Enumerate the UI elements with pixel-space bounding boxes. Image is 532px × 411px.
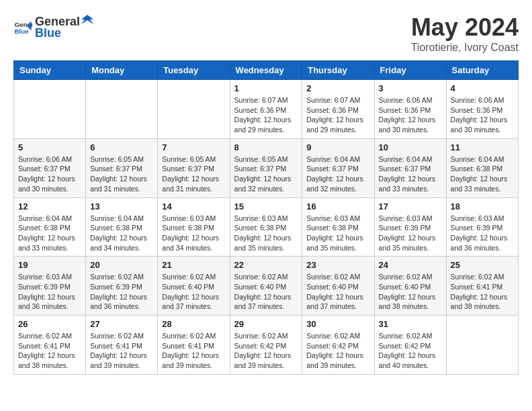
table-row: 19 Sunrise: 6:03 AMSunset: 6:39 PMDaylig… — [14, 257, 86, 316]
day-number: 26 — [18, 319, 81, 329]
cell-info: Sunrise: 6:04 AMSunset: 6:38 PMDaylight:… — [451, 154, 514, 194]
table-row: 9 Sunrise: 6:04 AMSunset: 6:37 PMDayligh… — [302, 138, 374, 197]
day-number: 6 — [90, 142, 153, 152]
table-row: 18 Sunrise: 6:03 AMSunset: 6:39 PMDaylig… — [446, 197, 518, 257]
cell-info: Sunrise: 6:03 AMSunset: 6:39 PMDaylight:… — [18, 272, 81, 312]
header-saturday: Saturday — [446, 61, 518, 80]
header-tuesday: Tuesday — [158, 61, 230, 80]
table-row: 31 Sunrise: 6:02 AMSunset: 6:42 PMDaylig… — [374, 316, 446, 375]
table-row: 5 Sunrise: 6:06 AMSunset: 6:37 PMDayligh… — [14, 138, 86, 197]
day-number: 17 — [379, 201, 442, 212]
table-row: 7 Sunrise: 6:05 AMSunset: 6:37 PMDayligh… — [158, 138, 230, 197]
cell-info: Sunrise: 6:02 AMSunset: 6:40 PMDaylight:… — [379, 272, 442, 312]
svg-text:Blue: Blue — [14, 28, 29, 35]
day-number: 31 — [379, 319, 442, 329]
day-number: 4 — [451, 83, 514, 93]
cell-info: Sunrise: 6:02 AMSunset: 6:42 PMDaylight:… — [379, 331, 442, 371]
day-number: 8 — [234, 142, 298, 152]
calendar-week-row: 19 Sunrise: 6:03 AMSunset: 6:39 PMDaylig… — [14, 257, 519, 316]
table-row: 12 Sunrise: 6:04 AMSunset: 6:38 PMDaylig… — [14, 197, 86, 257]
cell-info: Sunrise: 6:03 AMSunset: 6:39 PMDaylight:… — [379, 214, 442, 253]
day-number: 25 — [451, 260, 514, 270]
day-number: 19 — [18, 260, 81, 270]
table-row — [86, 80, 158, 139]
header-friday: Friday — [374, 61, 446, 80]
cell-info: Sunrise: 6:05 AMSunset: 6:37 PMDaylight:… — [162, 154, 225, 194]
header-monday: Monday — [86, 61, 158, 80]
header-sunday: Sunday — [14, 61, 86, 80]
cell-info: Sunrise: 6:02 AMSunset: 6:40 PMDaylight:… — [306, 272, 369, 312]
day-number: 27 — [90, 319, 153, 329]
cell-info: Sunrise: 6:05 AMSunset: 6:37 PMDaylight:… — [90, 154, 153, 194]
day-number: 24 — [379, 260, 442, 270]
table-row: 6 Sunrise: 6:05 AMSunset: 6:37 PMDayligh… — [86, 138, 158, 197]
logo-bird-icon — [81, 13, 93, 26]
cell-info: Sunrise: 6:04 AMSunset: 6:38 PMDaylight:… — [18, 214, 81, 253]
table-row: 17 Sunrise: 6:03 AMSunset: 6:39 PMDaylig… — [374, 197, 446, 257]
table-row: 20 Sunrise: 6:02 AMSunset: 6:39 PMDaylig… — [86, 257, 158, 316]
table-row: 25 Sunrise: 6:02 AMSunset: 6:41 PMDaylig… — [446, 257, 518, 316]
table-row: 22 Sunrise: 6:02 AMSunset: 6:40 PMDaylig… — [230, 257, 302, 316]
title-area: May 2024 Tiorotierie, Ivory Coast — [411, 13, 519, 54]
location-title: Tiorotierie, Ivory Coast — [411, 42, 519, 54]
svg-marker-3 — [81, 15, 93, 24]
cell-info: Sunrise: 6:03 AMSunset: 6:38 PMDaylight:… — [162, 214, 225, 253]
day-number: 9 — [306, 142, 369, 152]
table-row: 28 Sunrise: 6:02 AMSunset: 6:41 PMDaylig… — [158, 316, 230, 375]
table-row: 21 Sunrise: 6:02 AMSunset: 6:40 PMDaylig… — [158, 257, 230, 316]
cell-info: Sunrise: 6:02 AMSunset: 6:40 PMDaylight:… — [234, 272, 298, 312]
page-header: General Blue General Blue May 2024 Tioro… — [13, 13, 519, 54]
day-number: 18 — [451, 201, 514, 212]
cell-info: Sunrise: 6:03 AMSunset: 6:38 PMDaylight:… — [306, 214, 369, 253]
cell-info: Sunrise: 6:07 AMSunset: 6:36 PMDaylight:… — [306, 95, 369, 135]
cell-info: Sunrise: 6:06 AMSunset: 6:36 PMDaylight:… — [379, 95, 442, 135]
cell-info: Sunrise: 6:05 AMSunset: 6:37 PMDaylight:… — [234, 154, 298, 194]
cell-info: Sunrise: 6:03 AMSunset: 6:39 PMDaylight:… — [451, 214, 514, 253]
table-row: 3 Sunrise: 6:06 AMSunset: 6:36 PMDayligh… — [374, 80, 446, 139]
day-number: 21 — [162, 260, 225, 270]
cell-info: Sunrise: 6:04 AMSunset: 6:38 PMDaylight:… — [90, 214, 153, 253]
table-row: 30 Sunrise: 6:02 AMSunset: 6:42 PMDaylig… — [302, 316, 374, 375]
logo: General Blue General Blue — [13, 13, 95, 40]
day-number: 13 — [90, 201, 153, 212]
day-number: 5 — [18, 142, 81, 152]
cell-info: Sunrise: 6:02 AMSunset: 6:41 PMDaylight:… — [90, 331, 153, 371]
table-row — [446, 316, 518, 375]
table-row: 15 Sunrise: 6:03 AMSunset: 6:38 PMDaylig… — [230, 197, 302, 257]
table-row: 10 Sunrise: 6:04 AMSunset: 6:37 PMDaylig… — [374, 138, 446, 197]
cell-info: Sunrise: 6:02 AMSunset: 6:39 PMDaylight:… — [90, 272, 153, 312]
cell-info: Sunrise: 6:07 AMSunset: 6:36 PMDaylight:… — [234, 95, 298, 135]
cell-info: Sunrise: 6:02 AMSunset: 6:41 PMDaylight:… — [18, 331, 81, 371]
day-number: 7 — [162, 142, 225, 152]
cell-info: Sunrise: 6:06 AMSunset: 6:36 PMDaylight:… — [451, 95, 514, 135]
cell-info: Sunrise: 6:06 AMSunset: 6:37 PMDaylight:… — [18, 154, 81, 194]
day-number: 10 — [379, 142, 442, 152]
day-number: 3 — [379, 83, 442, 93]
day-number: 1 — [234, 83, 298, 93]
day-number: 28 — [162, 319, 225, 329]
day-number: 15 — [234, 201, 298, 212]
month-title: May 2024 — [411, 13, 519, 42]
header-thursday: Thursday — [302, 61, 374, 80]
calendar-week-row: 26 Sunrise: 6:02 AMSunset: 6:41 PMDaylig… — [14, 316, 519, 375]
table-row — [14, 80, 86, 139]
table-row: 26 Sunrise: 6:02 AMSunset: 6:41 PMDaylig… — [14, 316, 86, 375]
day-number: 30 — [306, 319, 369, 329]
table-row: 13 Sunrise: 6:04 AMSunset: 6:38 PMDaylig… — [86, 197, 158, 257]
cell-info: Sunrise: 6:02 AMSunset: 6:40 PMDaylight:… — [162, 272, 225, 312]
calendar-week-row: 12 Sunrise: 6:04 AMSunset: 6:38 PMDaylig… — [14, 197, 519, 257]
table-row: 23 Sunrise: 6:02 AMSunset: 6:40 PMDaylig… — [302, 257, 374, 316]
day-number: 22 — [234, 260, 298, 270]
day-number: 14 — [162, 201, 225, 212]
cell-info: Sunrise: 6:04 AMSunset: 6:37 PMDaylight:… — [379, 154, 442, 194]
table-row — [158, 80, 230, 139]
table-row: 16 Sunrise: 6:03 AMSunset: 6:38 PMDaylig… — [302, 197, 374, 257]
day-number: 16 — [306, 201, 369, 212]
day-number: 23 — [306, 260, 369, 270]
cell-info: Sunrise: 6:03 AMSunset: 6:38 PMDaylight:… — [234, 214, 298, 253]
table-row: 14 Sunrise: 6:03 AMSunset: 6:38 PMDaylig… — [158, 197, 230, 257]
day-number: 29 — [234, 319, 298, 329]
day-number: 11 — [451, 142, 514, 152]
day-number: 20 — [90, 260, 153, 270]
logo-icon: General Blue — [13, 17, 32, 36]
